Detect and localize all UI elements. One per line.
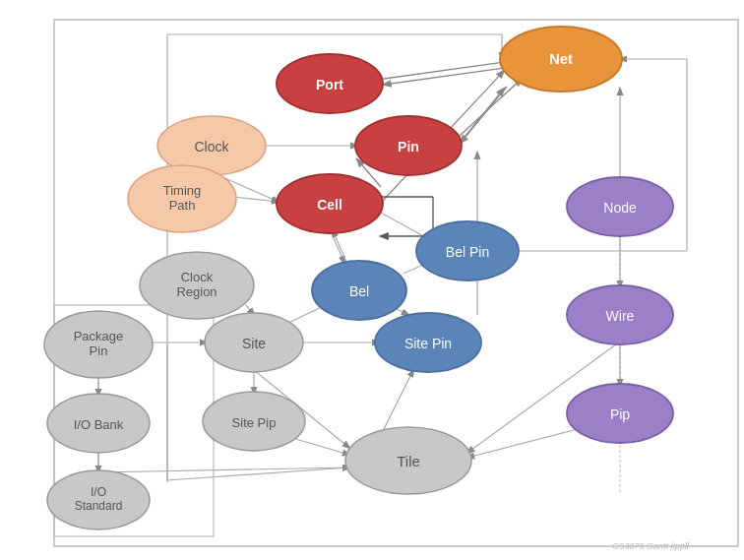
package-pin-label: Package bbox=[74, 329, 124, 343]
io-standard-label: I/O bbox=[91, 485, 106, 499]
net-label: Net bbox=[549, 50, 573, 67]
port-label: Port bbox=[316, 77, 343, 93]
tile-label: Tile bbox=[397, 453, 420, 469]
bel-pin-label: Bel Pin bbox=[446, 244, 489, 260]
clock-region-label2: Region bbox=[176, 284, 217, 299]
package-pin-label2: Pin bbox=[90, 343, 108, 358]
timing-path-label: Timing bbox=[163, 183, 202, 198]
watermark: CS3875 Gantt kppll bbox=[612, 541, 690, 551]
svg-line-8 bbox=[460, 79, 522, 136]
site-label: Site bbox=[242, 336, 266, 351]
svg-line-16 bbox=[333, 230, 347, 264]
io-bank-label: I/O Bank bbox=[74, 417, 124, 432]
clock-label: Clock bbox=[194, 139, 229, 155]
site-pin-label: Site Pin bbox=[404, 336, 452, 351]
bel-label: Bel bbox=[349, 283, 369, 299]
site-pip-label: Site Pip bbox=[232, 415, 277, 430]
io-standard-label2: Standard bbox=[75, 499, 123, 513]
pip-label: Pip bbox=[610, 406, 630, 422]
wire-label: Wire bbox=[606, 308, 635, 324]
svg-line-15 bbox=[330, 229, 344, 263]
svg-line-5 bbox=[461, 87, 507, 143]
svg-line-42 bbox=[384, 370, 413, 429]
node-label: Node bbox=[603, 200, 637, 216]
cell-label: Cell bbox=[317, 197, 342, 213]
timing-path-label2: Path bbox=[169, 198, 196, 213]
pin-label: Pin bbox=[398, 139, 419, 155]
clock-region-label: Clock bbox=[181, 270, 214, 284]
